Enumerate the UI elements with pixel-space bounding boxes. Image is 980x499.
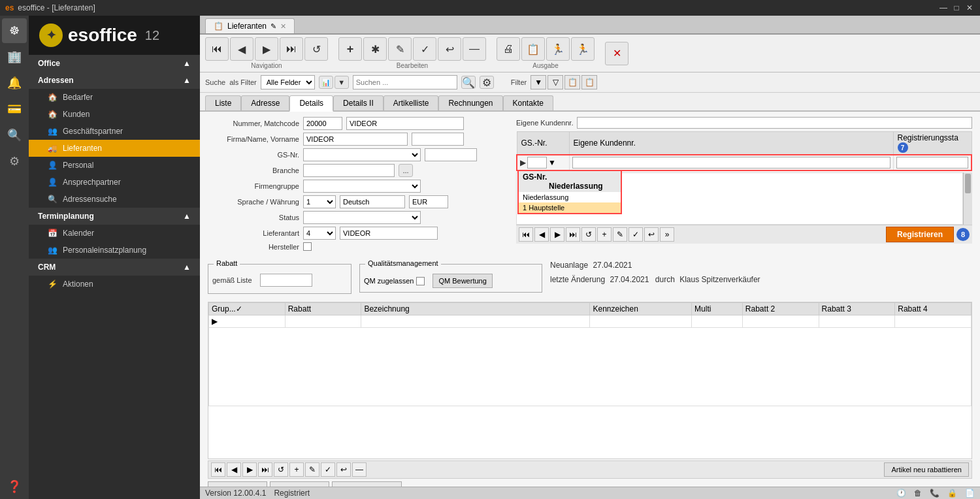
filter-button-3[interactable]: 📋 bbox=[564, 75, 580, 89]
nummer-input[interactable] bbox=[303, 117, 342, 130]
tab-close-button[interactable]: ✕ bbox=[280, 22, 286, 31]
sub-tab-details2[interactable]: Details II bbox=[333, 95, 384, 110]
edit-pen-button[interactable]: ✎ bbox=[388, 37, 412, 61]
ansprechpartner-button[interactable]: Ansprechpartner bbox=[332, 481, 402, 487]
sidebar-item-kalender[interactable]: 📅 Kalender bbox=[29, 225, 200, 242]
sidebar-item-lieferanten[interactable]: 🚚 Lieferanten bbox=[29, 140, 200, 157]
edit-undo-button[interactable]: ↩ bbox=[438, 37, 461, 61]
lieferantart-input[interactable] bbox=[340, 227, 438, 240]
vorname-input[interactable] bbox=[412, 133, 464, 146]
nav-refresh-button[interactable]: ↺ bbox=[304, 37, 328, 61]
sidebar-section-terminplanung[interactable]: Terminplanung ▲ bbox=[29, 208, 200, 225]
nav-first-button[interactable]: ⏮ bbox=[205, 37, 229, 61]
icon-nav-config[interactable]: ⚙ bbox=[2, 149, 27, 174]
artikel-rabattieren-button[interactable]: Artikel neu rabattieren bbox=[884, 462, 969, 477]
lieferantart-select[interactable]: 4 bbox=[303, 227, 336, 240]
adr-einfuegen-button[interactable]: Adr. einfügen bbox=[270, 481, 329, 487]
filter-button-4[interactable]: 📋 bbox=[581, 75, 597, 89]
dropdown-arrow[interactable]: ▼ bbox=[548, 158, 556, 167]
filter-button-2[interactable]: ▽ bbox=[547, 75, 563, 89]
hersteller-checkbox[interactable] bbox=[303, 242, 312, 251]
waehrung-input[interactable] bbox=[409, 195, 448, 208]
eigene-prev-button[interactable]: ◀ bbox=[534, 227, 549, 242]
run-button[interactable]: 🏃 bbox=[546, 37, 570, 61]
gsnr-input[interactable] bbox=[425, 148, 477, 161]
vertical-scrollbar[interactable] bbox=[963, 172, 972, 225]
sprache-input[interactable] bbox=[340, 195, 405, 208]
edit-registrierung-input[interactable] bbox=[896, 157, 969, 169]
icon-nav-help[interactable]: ❓ bbox=[2, 474, 27, 499]
sidebar-item-adressensuche[interactable]: 🔍 Adressensuche bbox=[29, 191, 200, 208]
rabatt-delete-btn[interactable]: — bbox=[352, 462, 367, 477]
nav-prev-button[interactable]: ◀ bbox=[230, 37, 253, 61]
sidebar-item-geschaeftspartner[interactable]: 👥 Geschäftspartner bbox=[29, 123, 200, 140]
search-field-select[interactable]: Alle Felder bbox=[261, 75, 315, 89]
eigene-add-button[interactable]: + bbox=[597, 227, 612, 242]
rabatt-refresh-btn[interactable]: ↺ bbox=[274, 462, 288, 477]
qm-bewertung-button[interactable]: QM Bewertung bbox=[433, 274, 492, 288]
eigene-save-button[interactable]: ✓ bbox=[629, 227, 643, 242]
tab-lieferanten[interactable]: 📋 Lieferanten ✎ ✕ bbox=[205, 18, 295, 33]
icon-nav-addresses[interactable]: 🏢 bbox=[2, 44, 27, 69]
nav-next-button[interactable]: ▶ bbox=[255, 37, 278, 61]
nav-last-button[interactable]: ⏭ bbox=[280, 37, 303, 61]
sidebar-section-office[interactable]: Office ▲ bbox=[29, 55, 200, 72]
sidebar-section-crm[interactable]: CRM ▲ bbox=[29, 259, 200, 276]
sub-tab-rechnungen[interactable]: Rechnungen bbox=[438, 95, 502, 110]
excel-icon[interactable]: 📊 bbox=[319, 76, 333, 89]
eigene-edit-button[interactable]: ✎ bbox=[613, 227, 627, 242]
filter-button-1[interactable]: ▼ bbox=[531, 75, 546, 89]
matchcode-input[interactable] bbox=[346, 117, 464, 130]
rabatt-prev-btn[interactable]: ◀ bbox=[227, 462, 241, 477]
edit-eigene-input[interactable] bbox=[572, 157, 890, 169]
sidebar-section-adressen[interactable]: Adressen ▲ bbox=[29, 72, 200, 89]
sidebar-item-personal[interactable]: 👤 Personal bbox=[29, 157, 200, 174]
rabatt-input[interactable] bbox=[260, 274, 312, 287]
dropdown-option-hauptstelle[interactable]: 1 Hauptstelle bbox=[519, 202, 621, 213]
table-row-edit[interactable]: ▶ ▼ GS-Nr. Niederlass bbox=[517, 155, 972, 170]
rabatt-undo-btn[interactable]: ↩ bbox=[336, 462, 351, 477]
edit-eigene-cell[interactable] bbox=[569, 155, 893, 170]
edit-star-button[interactable]: ✱ bbox=[363, 37, 387, 61]
print2-button[interactable]: 📋 bbox=[521, 37, 545, 61]
icon-nav-finance[interactable]: 💳 bbox=[2, 97, 27, 121]
eigene-undo-button[interactable]: ↩ bbox=[644, 227, 659, 242]
status-select[interactable] bbox=[303, 211, 421, 224]
close-button[interactable]: ✕ bbox=[964, 3, 975, 13]
sub-tab-adresse[interactable]: Adresse bbox=[241, 95, 289, 110]
minimize-button[interactable]: — bbox=[938, 3, 949, 13]
rabatt-first-btn[interactable]: ⏮ bbox=[211, 462, 225, 477]
arrow-icon[interactable]: ▼ bbox=[335, 76, 349, 89]
sidebar-item-kunden[interactable]: 🏠 Kunden bbox=[29, 106, 200, 123]
search-options-button[interactable]: ⚙ bbox=[480, 76, 494, 89]
close-toolbar-button[interactable]: ✕ bbox=[605, 42, 629, 65]
search-go-button[interactable]: 🔍 bbox=[461, 76, 476, 89]
sub-tab-details[interactable]: Details bbox=[289, 95, 333, 112]
rabatt-last-btn[interactable]: ⏭ bbox=[258, 462, 272, 477]
firma-input[interactable] bbox=[303, 133, 408, 146]
sidebar-item-ansprechpartner[interactable]: 👤 Ansprechpartner bbox=[29, 174, 200, 191]
sprache-select[interactable]: 1 bbox=[303, 195, 336, 208]
eigene-first-button[interactable]: ⏮ bbox=[519, 227, 533, 242]
sub-tab-artikelliste[interactable]: Artikelliste bbox=[384, 95, 439, 110]
gsnr-select[interactable] bbox=[303, 148, 421, 161]
edit-delete-button[interactable]: — bbox=[463, 37, 486, 61]
register-button[interactable]: Registrieren bbox=[886, 227, 954, 242]
rabatt-edit-btn[interactable]: ✎ bbox=[305, 462, 319, 477]
search-input[interactable] bbox=[353, 75, 457, 89]
icon-nav-search[interactable]: 🔍 bbox=[2, 123, 27, 148]
rabatt-save-btn[interactable]: ✓ bbox=[321, 462, 335, 477]
print-button[interactable]: 🖨 bbox=[497, 37, 520, 61]
firmengruppe-select[interactable] bbox=[303, 180, 421, 193]
sidebar-item-aktionen[interactable]: ⚡ Aktionen bbox=[29, 276, 200, 293]
edit-check-button[interactable]: ✓ bbox=[413, 37, 436, 61]
adr-kopieren-button[interactable]: Adr. kopieren bbox=[208, 481, 267, 487]
eigene-refresh-button[interactable]: ↺ bbox=[581, 227, 596, 242]
eigene-last-button[interactable]: ⏭ bbox=[566, 227, 580, 242]
dropdown-option-niederlassung[interactable]: Niederlassung bbox=[519, 192, 621, 202]
icon-nav-notifications[interactable]: 🔔 bbox=[2, 71, 27, 95]
branche-input[interactable] bbox=[303, 164, 395, 177]
eigene-input[interactable] bbox=[577, 117, 972, 129]
maximize-button[interactable]: □ bbox=[951, 3, 962, 13]
rabatt-next-btn[interactable]: ▶ bbox=[242, 462, 257, 477]
